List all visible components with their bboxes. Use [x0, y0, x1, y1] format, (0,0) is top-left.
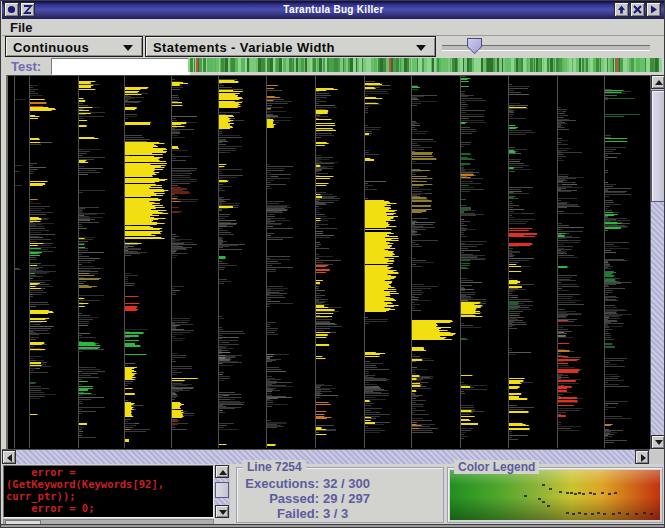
scrollbar-corner — [650, 450, 665, 464]
triangle-up-icon — [655, 80, 663, 85]
legend-data-dot — [578, 512, 581, 514]
legend-data-dot — [570, 492, 573, 494]
legend-data-dot — [601, 492, 604, 494]
legend-data-dot — [612, 513, 615, 515]
status-strip — [1, 524, 665, 528]
view-mode-dropdown[interactable]: Statements - Variable Width — [145, 36, 436, 57]
toolbar: Continuous Statements - Variable Width — [2, 36, 665, 58]
passed-label: Passed: — [241, 491, 319, 506]
code-line: error = 0; — [4, 502, 213, 514]
color-mode-dropdown[interactable]: Continuous — [5, 36, 143, 57]
scroll-left-button[interactable] — [2, 450, 16, 464]
executions-value: 32 / 300 — [323, 476, 370, 491]
passed-value: 29 / 297 — [323, 491, 370, 506]
legend-data-dot — [618, 512, 621, 514]
statement-visualization-panel — [6, 75, 650, 449]
legend-data-dot — [608, 493, 611, 495]
code-vscroll-thumb[interactable] — [215, 482, 229, 498]
legend-data-dot — [582, 493, 585, 495]
legend-data-dot — [566, 512, 569, 514]
color-legend-panel: Color Legend — [447, 467, 663, 523]
legend-data-dot — [626, 513, 629, 515]
slider-thumb-face — [468, 39, 481, 53]
triangle-down-icon — [219, 510, 227, 515]
test-row: Test: — [2, 57, 665, 75]
legend-data-dot — [559, 491, 562, 493]
scroll-up-button[interactable] — [651, 75, 665, 89]
source-code-panel[interactable]: error = (GetKeyword(Keywords[92], curr_p… — [3, 465, 214, 518]
triangle-down-icon — [655, 440, 663, 445]
bottom-panel: error = (GetKeyword(Keywords[92], curr_p… — [2, 464, 665, 524]
legend-data-dot — [542, 501, 545, 503]
view-mode-value: Statements - Variable Width — [153, 40, 335, 55]
line-stats: Executions: 32 / 300 Passed: 29 / 297 Fa… — [241, 476, 370, 521]
legend-data-dot — [589, 492, 592, 494]
triangle-right-icon — [641, 454, 646, 462]
legend-data-dot — [572, 513, 575, 515]
code-scroll-up-button[interactable] — [215, 465, 229, 478]
legend-data-dot — [603, 513, 606, 515]
menubar: File — [2, 19, 665, 36]
legend-data-dot — [650, 513, 653, 515]
code-vertical-scrollbar[interactable] — [214, 465, 230, 518]
menu-file[interactable]: File — [10, 20, 32, 35]
viz-vscroll-track[interactable] — [651, 202, 665, 435]
line-info-panel: Line 7254 Executions: 32 / 300 Passed: 2… — [236, 467, 444, 523]
code-scroll-down-button[interactable] — [215, 505, 229, 518]
legend-data-dot — [549, 488, 552, 490]
code-line: curr_ptr)); — [4, 490, 213, 502]
test-result-strip[interactable] — [188, 58, 662, 72]
maximize-button[interactable] — [646, 2, 661, 17]
legend-data-dot — [643, 512, 646, 514]
legend-data-dot — [578, 492, 581, 494]
chevron-down-icon — [123, 45, 133, 51]
zoom-slider-thumb[interactable] — [467, 38, 482, 54]
legend-data-dot — [547, 505, 550, 507]
failed-value: 3 / 3 — [323, 506, 348, 521]
viz-hscroll-track[interactable] — [16, 450, 635, 464]
color-legend-gradient — [450, 470, 660, 520]
tarantula-window: Tarantula Bug Killer File Continuous Sta… — [0, 0, 665, 528]
color-legend-title: Color Legend — [454, 460, 539, 474]
legend-data-dot — [614, 492, 617, 494]
window-title: Tarantula Bug Killer — [2, 4, 665, 15]
restore-button[interactable] — [614, 2, 629, 17]
failed-row: Failed: 3 / 3 — [241, 506, 370, 521]
legend-data-dot — [574, 493, 577, 495]
legend-data-dot — [566, 492, 569, 494]
code-line: (GetKeyword(Keywords[92], — [4, 478, 213, 490]
close-button[interactable] — [630, 2, 645, 17]
chevron-down-icon — [416, 45, 426, 51]
viz-horizontal-scrollbar[interactable] — [2, 449, 650, 464]
executions-row: Executions: 32 / 300 — [241, 476, 370, 491]
test-input[interactable] — [51, 58, 190, 75]
legend-data-dot — [635, 513, 638, 515]
legend-data-dot — [542, 484, 545, 486]
viz-vertical-scrollbar[interactable] — [650, 75, 665, 449]
legend-data-dot — [597, 512, 600, 514]
executions-label: Executions: — [241, 476, 319, 491]
legend-data-dot — [538, 498, 541, 500]
titlebar[interactable]: Tarantula Bug Killer — [2, 1, 665, 19]
color-mode-value: Continuous — [13, 40, 89, 55]
passed-row: Passed: 29 / 297 — [241, 491, 370, 506]
legend-data-dot — [593, 493, 596, 495]
line-info-title: Line 7254 — [243, 460, 306, 474]
triangle-up-icon — [219, 470, 227, 475]
triangle-left-icon — [7, 454, 12, 462]
legend-data-dot — [524, 495, 527, 497]
scroll-right-button[interactable] — [635, 450, 649, 464]
viz-vscroll-thumb[interactable] — [651, 90, 665, 202]
failed-label: Failed: — [241, 506, 319, 521]
statement-visualization[interactable] — [8, 76, 649, 448]
scroll-down-button[interactable] — [651, 435, 665, 449]
code-line: error = — [4, 466, 213, 478]
legend-data-dot — [591, 513, 594, 515]
legend-data-dot — [584, 513, 587, 515]
test-label: Test: — [11, 59, 41, 74]
